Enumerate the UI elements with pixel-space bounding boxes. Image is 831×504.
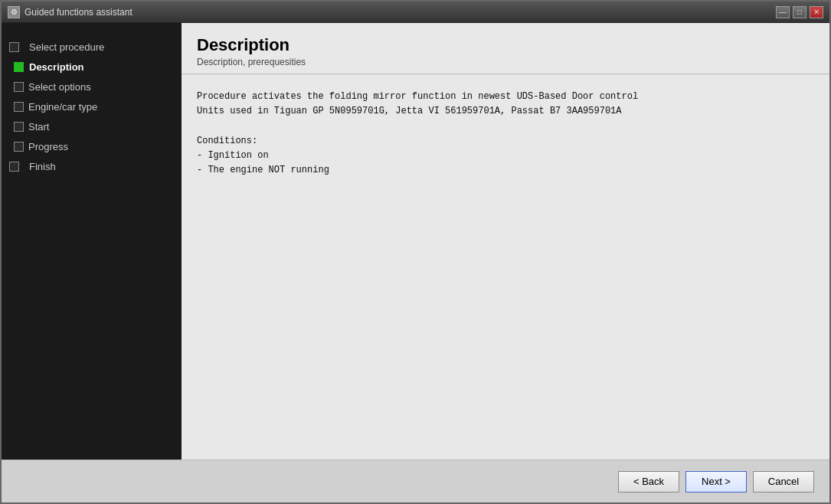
content-subtitle: Description, prerequesities bbox=[197, 57, 814, 67]
sidebar-tree: Select procedure Description Select opti… bbox=[2, 29, 182, 184]
step-icon-finish bbox=[9, 162, 19, 172]
sidebar-item-select-procedure[interactable]: Select procedure bbox=[2, 37, 182, 57]
sidebar-item-engine-car-type[interactable]: Engine/car type bbox=[2, 97, 182, 116]
step-icon-progress bbox=[14, 142, 24, 152]
sidebar-item-finish[interactable]: Finish bbox=[2, 156, 182, 176]
main-window: ⚙ Guided functions assistant — □ ✕ Selec… bbox=[0, 0, 831, 504]
window-icon: ⚙ bbox=[8, 6, 20, 18]
next-button[interactable]: Next > bbox=[685, 471, 747, 493]
minimize-button[interactable]: — bbox=[776, 6, 790, 18]
sidebar-item-start[interactable]: Start bbox=[2, 116, 182, 136]
content-title: Description bbox=[197, 35, 814, 55]
step-icon-description bbox=[14, 62, 24, 72]
step-icon-select-procedure bbox=[9, 42, 19, 52]
title-bar: ⚙ Guided functions assistant — □ ✕ bbox=[2, 2, 829, 23]
cancel-button[interactable]: Cancel bbox=[753, 471, 814, 493]
window-controls: — □ ✕ bbox=[776, 6, 823, 18]
footer: < Back Next > Cancel bbox=[2, 460, 829, 502]
content-area: Description Description, prerequesities … bbox=[182, 23, 829, 460]
step-icon-select-options bbox=[14, 82, 24, 92]
content-header: Description Description, prerequesities bbox=[182, 23, 829, 74]
content-body: Procedure activates the folding mirror f… bbox=[182, 74, 829, 460]
step-icon-engine-car-type bbox=[14, 102, 24, 112]
window-title: Guided functions assistant bbox=[25, 7, 776, 18]
maximize-button[interactable]: □ bbox=[793, 6, 806, 18]
main-content: Select procedure Description Select opti… bbox=[2, 23, 829, 460]
sidebar: Select procedure Description Select opti… bbox=[2, 23, 182, 460]
sidebar-item-description[interactable]: Description bbox=[2, 57, 182, 77]
sidebar-item-select-options[interactable]: Select options bbox=[2, 77, 182, 97]
close-button[interactable]: ✕ bbox=[810, 6, 823, 18]
step-icon-start bbox=[14, 122, 24, 132]
description-text: Procedure activates the folding mirror f… bbox=[197, 90, 814, 178]
sidebar-item-progress[interactable]: Progress bbox=[2, 136, 182, 156]
back-button[interactable]: < Back bbox=[618, 471, 679, 493]
